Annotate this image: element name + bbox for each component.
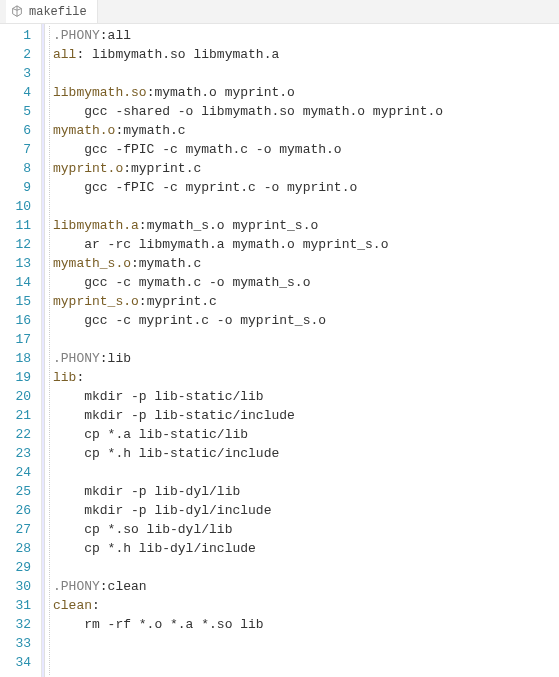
line-number: 30 — [0, 577, 41, 596]
code-line[interactable] — [53, 634, 559, 653]
code-line[interactable]: mkdir -p lib-dyl/lib — [53, 482, 559, 501]
line-number: 19 — [0, 368, 41, 387]
line-number: 34 — [0, 653, 41, 672]
code-token: mkdir -p lib-static/include — [53, 408, 295, 423]
line-number: 14 — [0, 273, 41, 292]
code-line[interactable]: .PHONY:all — [53, 26, 559, 45]
code-line[interactable]: gcc -shared -o libmymath.so mymath.o myp… — [53, 102, 559, 121]
code-content[interactable]: .PHONY:allall: libmymath.so libmymath.a … — [45, 24, 559, 677]
line-number: 13 — [0, 254, 41, 273]
code-editor[interactable]: 1234567891011121314151617181920212223242… — [0, 24, 559, 677]
line-number: 11 — [0, 216, 41, 235]
code-token: :mymath.o myprint.o — [147, 85, 295, 100]
code-line[interactable]: gcc -c mymath.c -o mymath_s.o — [53, 273, 559, 292]
code-token: :clean — [100, 579, 147, 594]
code-line[interactable]: mymath.o:mymath.c — [53, 121, 559, 140]
line-number: 15 — [0, 292, 41, 311]
tab-filename: makefile — [29, 5, 87, 19]
code-token: all — [53, 47, 76, 62]
code-token: .PHONY — [53, 28, 100, 43]
line-number: 23 — [0, 444, 41, 463]
line-number: 16 — [0, 311, 41, 330]
code-token: gcc -c myprint.c -o myprint_s.o — [53, 313, 326, 328]
code-line[interactable]: mkdir -p lib-static/include — [53, 406, 559, 425]
code-token: gcc -fPIC -c myprint.c -o myprint.o — [53, 180, 357, 195]
line-number: 18 — [0, 349, 41, 368]
line-number: 10 — [0, 197, 41, 216]
code-token: libmymath.a — [53, 218, 139, 233]
code-token: mymath.o — [53, 123, 115, 138]
code-line[interactable] — [53, 463, 559, 482]
file-tab[interactable]: makefile — [6, 0, 98, 23]
code-token: myprint_s.o — [53, 294, 139, 309]
code-token: :mymath_s.o myprint_s.o — [139, 218, 318, 233]
line-number: 6 — [0, 121, 41, 140]
code-line[interactable]: cp *.so lib-dyl/lib — [53, 520, 559, 539]
line-number: 25 — [0, 482, 41, 501]
line-number: 2 — [0, 45, 41, 64]
code-line[interactable]: rm -rf *.o *.a *.so lib — [53, 615, 559, 634]
code-line[interactable]: .PHONY:lib — [53, 349, 559, 368]
code-token: .PHONY — [53, 579, 100, 594]
code-token: :lib — [100, 351, 131, 366]
line-number: 31 — [0, 596, 41, 615]
line-number: 32 — [0, 615, 41, 634]
code-token: cp *.h lib-dyl/include — [53, 541, 256, 556]
code-token: mkdir -p lib-dyl/include — [53, 503, 271, 518]
code-token: mymath_s.o — [53, 256, 131, 271]
code-line[interactable]: libmymath.so:mymath.o myprint.o — [53, 83, 559, 102]
code-line[interactable] — [53, 330, 559, 349]
code-line[interactable] — [53, 653, 559, 672]
line-number: 28 — [0, 539, 41, 558]
code-line[interactable]: .PHONY:clean — [53, 577, 559, 596]
code-token: : — [92, 598, 100, 613]
code-line[interactable]: myprint.o:myprint.c — [53, 159, 559, 178]
code-token: : — [76, 370, 84, 385]
line-number: 5 — [0, 102, 41, 121]
line-number: 7 — [0, 140, 41, 159]
code-line[interactable]: mkdir -p lib-static/lib — [53, 387, 559, 406]
line-number-gutter: 1234567891011121314151617181920212223242… — [0, 24, 42, 677]
code-line[interactable]: mymath_s.o:mymath.c — [53, 254, 559, 273]
code-line[interactable]: clean: — [53, 596, 559, 615]
code-token: clean — [53, 598, 92, 613]
code-token: :myprint.c — [139, 294, 217, 309]
code-line[interactable]: cp *.a lib-static/lib — [53, 425, 559, 444]
code-line[interactable]: gcc -c myprint.c -o myprint_s.o — [53, 311, 559, 330]
code-line[interactable]: ar -rc libmymath.a mymath.o myprint_s.o — [53, 235, 559, 254]
code-line[interactable]: mkdir -p lib-dyl/include — [53, 501, 559, 520]
code-line[interactable] — [53, 558, 559, 577]
line-number: 27 — [0, 520, 41, 539]
code-token: :mymath.c — [131, 256, 201, 271]
code-token: cp *.h lib-static/include — [53, 446, 279, 461]
line-number: 8 — [0, 159, 41, 178]
code-token: mkdir -p lib-dyl/lib — [53, 484, 240, 499]
line-number: 4 — [0, 83, 41, 102]
line-number: 29 — [0, 558, 41, 577]
line-number: 1 — [0, 26, 41, 45]
line-number: 33 — [0, 634, 41, 653]
code-token: :all — [100, 28, 131, 43]
code-line[interactable]: all: libmymath.so libmymath.a — [53, 45, 559, 64]
line-number: 22 — [0, 425, 41, 444]
code-token: .PHONY — [53, 351, 100, 366]
code-line[interactable]: libmymath.a:mymath_s.o myprint_s.o — [53, 216, 559, 235]
code-line[interactable] — [53, 64, 559, 83]
line-number: 12 — [0, 235, 41, 254]
code-line[interactable]: myprint_s.o:myprint.c — [53, 292, 559, 311]
code-token: : libmymath.so libmymath.a — [76, 47, 279, 62]
code-line[interactable]: gcc -fPIC -c mymath.c -o mymath.o — [53, 140, 559, 159]
line-number: 9 — [0, 178, 41, 197]
code-token: lib — [53, 370, 76, 385]
code-token: cp *.so lib-dyl/lib — [53, 522, 232, 537]
code-line[interactable]: cp *.h lib-dyl/include — [53, 539, 559, 558]
tab-bar: makefile — [0, 0, 559, 24]
code-line[interactable]: gcc -fPIC -c myprint.c -o myprint.o — [53, 178, 559, 197]
code-line[interactable]: lib: — [53, 368, 559, 387]
code-token: :myprint.c — [123, 161, 201, 176]
line-number: 21 — [0, 406, 41, 425]
makefile-icon — [10, 5, 24, 19]
code-line[interactable] — [53, 197, 559, 216]
code-line[interactable]: cp *.h lib-static/include — [53, 444, 559, 463]
code-token: mkdir -p lib-static/lib — [53, 389, 264, 404]
